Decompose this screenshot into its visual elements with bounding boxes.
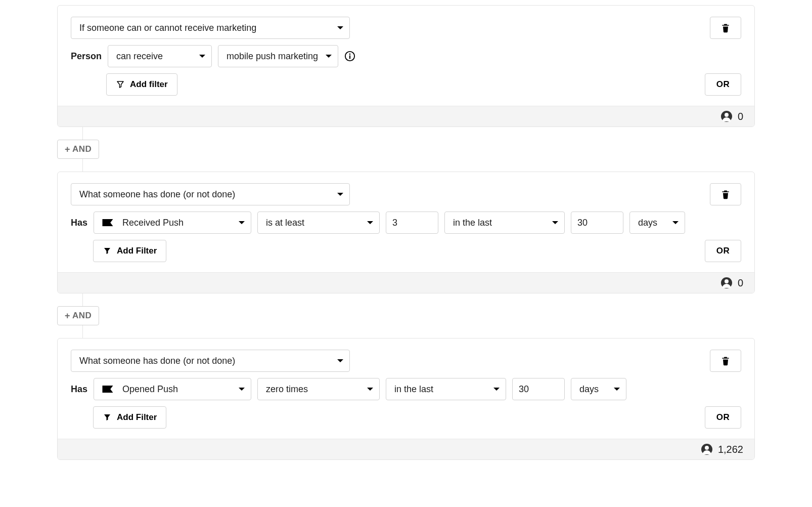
and-button[interactable]: + AND [57,306,99,325]
duration-unit-select[interactable]: days [629,212,685,234]
condition-block-2: What someone has done (or not done) Has … [57,172,755,293]
and-label: AND [72,311,92,321]
add-filter-button[interactable]: Add filter [106,73,177,96]
chevron-down-icon [337,359,343,363]
duration-input[interactable] [512,378,565,400]
flag-icon [102,219,113,226]
block-footer: 0 [58,272,754,293]
plus-icon: + [65,145,70,154]
metric-label: Opened Push [122,384,178,395]
metric-select[interactable]: Opened Push [94,378,251,400]
chevron-down-icon [337,26,343,30]
or-button[interactable]: OR [705,406,741,429]
delete-button[interactable] [710,183,741,205]
duration-unit-label: days [579,384,599,395]
chevron-down-icon [552,221,558,225]
trash-icon [720,356,731,366]
timeframe-label: in the last [453,218,492,228]
person-icon [720,110,733,122]
channel-label: mobile push marketing [227,51,318,62]
add-filter-button[interactable]: Add Filter [93,406,166,429]
delete-button[interactable] [710,350,741,372]
condition-type-select[interactable]: If someone can or cannot receive marketi… [71,17,350,39]
condition-type-select[interactable]: What someone has done (or not done) [71,350,350,372]
timeframe-label: in the last [394,384,433,395]
and-label: AND [72,144,92,154]
metric-select[interactable]: Received Push [94,212,251,234]
funnel-icon [116,80,125,89]
condition-type-label: What someone has done (or not done) [79,356,235,366]
and-button[interactable]: + AND [57,140,99,159]
duration-unit-label: days [638,218,657,228]
trash-icon [720,189,731,199]
operator-label: zero times [266,384,308,395]
connector: + AND [57,293,755,338]
chevron-down-icon [493,387,500,391]
block-footer: 0 [58,106,754,126]
chevron-down-icon [199,54,205,58]
person-label: Person [71,51,102,62]
chevron-down-icon [614,387,620,391]
info-icon[interactable] [344,51,355,62]
channel-select[interactable]: mobile push marketing [218,45,338,67]
condition-block-3: What someone has done (or not done) Has … [57,338,755,460]
add-filter-label: Add filter [130,79,168,90]
add-filter-label: Add Filter [117,246,157,256]
duration-input[interactable] [571,212,623,234]
timeframe-select[interactable]: in the last [386,378,506,400]
has-label: Has [71,218,87,228]
delete-button[interactable] [710,17,741,39]
chevron-down-icon [326,54,332,58]
add-filter-label: Add Filter [117,412,157,423]
condition-type-select[interactable]: What someone has done (or not done) [71,183,350,205]
count-value: 0 [738,111,743,122]
can-receive-label: can receive [116,51,163,62]
trash-icon [720,23,731,33]
chevron-down-icon [672,221,679,225]
condition-block-1: If someone can or cannot receive marketi… [57,5,755,127]
timeframe-select[interactable]: in the last [444,212,565,234]
condition-type-label: If someone can or cannot receive marketi… [79,23,256,33]
count-value: 0 [738,277,743,289]
flag-icon [102,386,113,393]
or-button[interactable]: OR [705,240,741,262]
connector: + AND [57,127,755,172]
or-label: OR [716,246,730,256]
condition-type-label: What someone has done (or not done) [79,189,235,200]
chevron-down-icon [239,387,245,391]
or-label: OR [716,79,730,90]
person-icon [701,443,713,455]
metric-label: Received Push [122,218,184,228]
count-input[interactable] [386,212,438,234]
person-icon [720,277,733,289]
chevron-down-icon [367,387,373,391]
block-footer: 1,262 [58,439,754,459]
operator-select[interactable]: zero times [257,378,380,400]
has-label: Has [71,384,87,395]
plus-icon: + [65,311,70,320]
operator-select[interactable]: is at least [257,212,380,234]
count-value: 1,262 [718,444,743,455]
operator-label: is at least [266,218,304,228]
funnel-icon [103,246,112,256]
add-filter-button[interactable]: Add Filter [93,240,166,262]
chevron-down-icon [367,221,373,225]
funnel-icon [103,413,112,422]
chevron-down-icon [337,192,343,196]
can-receive-select[interactable]: can receive [108,45,212,67]
or-button[interactable]: OR [705,73,741,96]
duration-unit-select[interactable]: days [571,378,626,400]
or-label: OR [716,412,730,423]
chevron-down-icon [239,221,245,225]
